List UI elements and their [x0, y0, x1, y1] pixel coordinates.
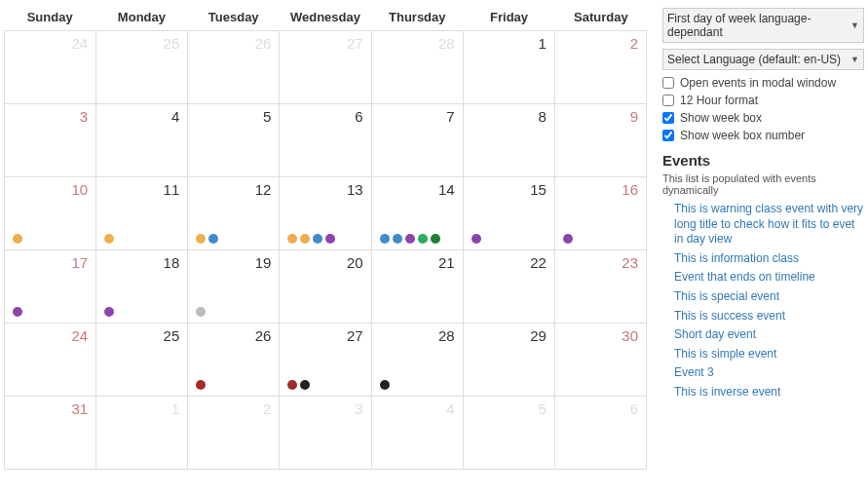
calendar-day[interactable]: 3 [5, 104, 96, 176]
event-dots [13, 307, 22, 317]
event-dots [196, 307, 206, 317]
calendar-day[interactable]: 28 [372, 324, 464, 396]
event-dot[interactable] [313, 234, 322, 244]
calendar-day[interactable]: 2 [555, 31, 646, 103]
event-link[interactable]: This is inverse event [674, 385, 864, 400]
calendar-day[interactable]: 24 [5, 31, 96, 103]
calendar-day[interactable]: 18 [96, 250, 188, 323]
calendar-day[interactable]: 23 [555, 250, 646, 323]
event-dot[interactable] [380, 380, 390, 390]
weekday-label: Friday [463, 4, 554, 30]
day-number: 21 [380, 254, 455, 271]
event-dot[interactable] [104, 234, 114, 244]
calendar-day[interactable]: 7 [372, 104, 464, 176]
language-select[interactable]: Select Language (default: en-US) ▼ [662, 49, 864, 70]
calendar-day[interactable]: 3 [280, 397, 371, 469]
calendar-day[interactable]: 11 [96, 177, 188, 249]
calendar-day[interactable]: 2 [188, 397, 280, 469]
event-dot[interactable] [104, 307, 114, 317]
calendar-day[interactable]: 24 [5, 324, 96, 396]
firstday-select[interactable]: First day of week language-dependant ▼ [662, 8, 864, 43]
language-select-label: Select Language (default: en-US) [667, 53, 841, 66]
calendar-day[interactable]: 22 [464, 250, 555, 323]
day-number: 18 [104, 254, 179, 271]
calendar-day[interactable]: 6 [555, 397, 646, 469]
calendar-day[interactable]: 8 [464, 104, 555, 176]
calendar-day[interactable]: 27 [280, 31, 371, 103]
calendar-day[interactable]: 13 [280, 177, 371, 249]
event-dot[interactable] [300, 380, 310, 390]
event-dot[interactable] [563, 234, 573, 244]
calendar-day[interactable]: 15 [464, 177, 555, 249]
day-number: 25 [104, 327, 179, 344]
calendar-day[interactable]: 25 [96, 324, 188, 396]
event-dot[interactable] [300, 234, 310, 244]
calendar-day[interactable]: 17 [5, 250, 96, 323]
event-link[interactable]: This is success event [674, 309, 864, 324]
event-dot[interactable] [196, 380, 206, 390]
day-number: 22 [472, 254, 547, 271]
event-dot[interactable] [13, 234, 22, 244]
day-number: 13 [287, 181, 362, 198]
event-dot[interactable] [418, 234, 428, 244]
day-number: 31 [13, 400, 88, 417]
calendar-day[interactable]: 4 [96, 104, 188, 176]
calendar-day[interactable]: 4 [372, 397, 464, 469]
calendar-day[interactable]: 9 [555, 104, 646, 176]
calendar-day[interactable]: 10 [5, 177, 96, 249]
checkbox-row[interactable]: 12 Hour format [662, 94, 864, 107]
event-link[interactable]: Event that ends on timeline [674, 270, 864, 286]
day-number: 1 [472, 35, 547, 52]
calendar-day[interactable]: 1 [96, 397, 188, 469]
calendar-day[interactable]: 27 [280, 324, 371, 396]
event-link[interactable]: This is warning class event with very lo… [674, 202, 864, 248]
checkbox[interactable] [662, 77, 674, 89]
calendar-day[interactable]: 30 [555, 324, 646, 396]
calendar-day[interactable]: 1 [464, 31, 555, 103]
calendar-day[interactable]: 25 [96, 31, 188, 103]
calendar-day[interactable]: 14 [372, 177, 464, 249]
event-link[interactable]: Short day event [674, 327, 864, 343]
chevron-down-icon: ▼ [850, 55, 859, 64]
event-dot[interactable] [405, 234, 415, 244]
event-dot[interactable] [380, 234, 390, 244]
calendar-day[interactable]: 31 [5, 397, 96, 469]
checkbox-row[interactable]: Show week box number [662, 129, 864, 142]
checkbox[interactable] [662, 112, 674, 124]
calendar-day[interactable]: 19 [188, 250, 280, 323]
day-number: 2 [563, 35, 638, 52]
event-link[interactable]: Event 3 [674, 365, 864, 381]
calendar-day[interactable]: 28 [372, 31, 464, 103]
calendar-day[interactable]: 29 [464, 324, 555, 396]
event-link[interactable]: This is information class [674, 251, 864, 267]
event-link[interactable]: This is special event [674, 289, 864, 305]
event-dot[interactable] [287, 234, 297, 244]
checkbox-row[interactable]: Open events in modal window [662, 76, 864, 90]
checkbox-row[interactable]: Show week box [662, 111, 864, 125]
calendar-week: 17181920212223 [5, 249, 646, 323]
calendar-day[interactable]: 6 [280, 104, 371, 176]
calendar-day[interactable]: 5 [464, 397, 555, 469]
day-number: 30 [563, 327, 638, 344]
day-number: 6 [287, 108, 362, 125]
calendar-day[interactable]: 5 [188, 104, 280, 176]
day-number: 28 [380, 35, 455, 52]
calendar-day[interactable]: 12 [188, 177, 280, 249]
checkbox[interactable] [662, 130, 674, 141]
event-link[interactable]: This is simple event [674, 347, 864, 362]
event-dot[interactable] [325, 234, 335, 244]
event-dot[interactable] [472, 234, 481, 244]
calendar-day[interactable]: 21 [372, 250, 464, 323]
event-dot[interactable] [13, 307, 22, 317]
calendar-day[interactable]: 26 [188, 31, 280, 103]
event-dot[interactable] [287, 380, 297, 390]
event-dot[interactable] [196, 307, 206, 317]
event-dot[interactable] [196, 234, 206, 244]
event-dot[interactable] [208, 234, 218, 244]
calendar-day[interactable]: 26 [188, 324, 280, 396]
event-dot[interactable] [431, 234, 440, 244]
event-dot[interactable] [393, 234, 402, 244]
checkbox[interactable] [662, 95, 674, 106]
calendar-day[interactable]: 20 [280, 250, 371, 323]
calendar-day[interactable]: 16 [555, 177, 646, 249]
